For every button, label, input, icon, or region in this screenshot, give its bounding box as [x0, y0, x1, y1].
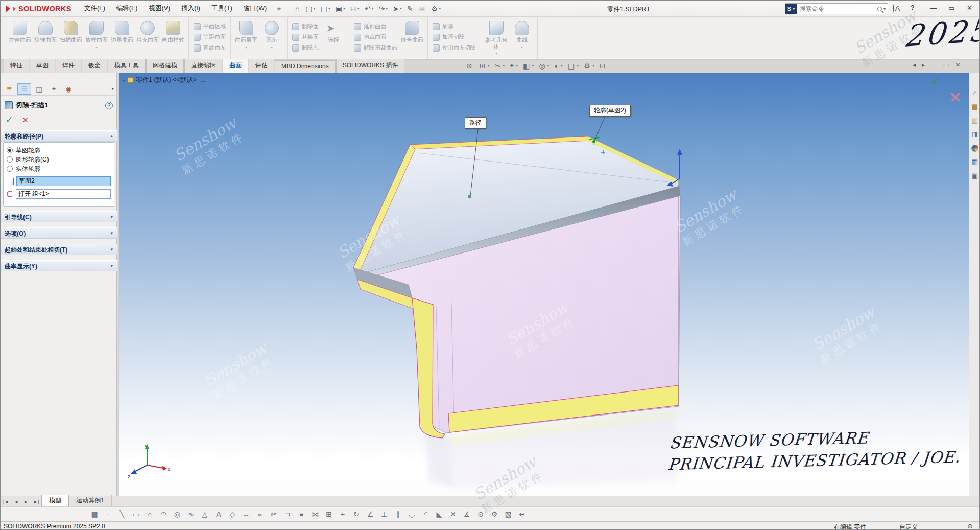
select-arrow-icon[interactable]: ➤▾ [391, 4, 404, 14]
angle-icon[interactable]: ∠ [366, 510, 374, 518]
menu-pin-icon[interactable]: ★ [272, 5, 286, 12]
profile-callout[interactable]: 轮廓(草图2) [589, 105, 631, 117]
view-palette-icon[interactable]: ◨ [971, 130, 979, 139]
arc-icon[interactable]: ◠ [159, 510, 168, 518]
pm-cancel-button[interactable]: ✕ [22, 116, 29, 125]
section-guide-curves[interactable]: 引导线(C)▾ [1, 211, 117, 222]
text-icon[interactable]: A [214, 510, 223, 518]
search-scope-badge[interactable]: S▾ [785, 4, 797, 14]
tab-evaluate[interactable]: 评估 [249, 59, 274, 73]
doc-minimize-icon[interactable]: — [931, 61, 937, 68]
print-icon[interactable]: ⊟▾ [348, 4, 362, 14]
hide-show-icon[interactable]: ◎▾ [539, 62, 549, 70]
file-explorer-icon[interactable]: ▥ [971, 116, 979, 125]
help-icon[interactable]: ? [911, 4, 914, 11]
mirror-icon[interactable]: ⋈ [311, 510, 319, 518]
path-selection-field[interactable]: 打开 组<1> [16, 189, 111, 199]
trim-icon[interactable]: ✂ [270, 510, 278, 518]
ribbon-freeform-button[interactable]: 自由样式 [160, 18, 186, 43]
confirmation-ok-button[interactable]: ✓ [930, 75, 940, 88]
tab-solidworks-addins[interactable]: SOLIDWORKS 插件 [336, 59, 405, 73]
search-icon[interactable] [877, 7, 882, 11]
confirmation-cancel-button[interactable]: ✕ [949, 88, 962, 106]
ribbon-thickened-cut-button[interactable]: 加厚切除 [433, 33, 476, 41]
spline-icon[interactable]: ∿ [187, 510, 195, 518]
model-tab[interactable]: 模型 [41, 495, 69, 506]
ribbon-filled-surface-button[interactable]: 填充曲面 [135, 18, 160, 43]
dimxpert-manager-tab[interactable]: ⌖ [47, 83, 61, 95]
flyout-expand-icon[interactable]: ▸ [123, 77, 125, 83]
graphics-viewport[interactable]: ▸ 零件1 (默认) <<默认>_... 路径 轮廓(草图2) ✓ ✕ Y x … [119, 73, 969, 496]
circle-icon[interactable]: ○ [146, 510, 154, 518]
new-document-icon[interactable]: ▢▾ [303, 4, 317, 14]
appearance-icon[interactable]: ◐▾ [555, 62, 563, 70]
ellipse-icon[interactable]: ◎ [173, 510, 181, 518]
radio-circular-profile[interactable]: 圆形轮廓(C) [7, 155, 111, 164]
account-icon[interactable] [893, 5, 894, 12]
chamfer-icon[interactable]: ◣ [435, 510, 443, 518]
collapse-tabs-left-icon[interactable]: ◂ [913, 61, 916, 68]
snap-icon[interactable]: ⊙ [476, 510, 485, 518]
tab-mold-tools[interactable]: 模具工具 [108, 59, 146, 73]
section-curvature-display[interactable]: 曲率显示(Y)▾ [1, 260, 117, 271]
doc-close-icon[interactable]: ✕ [955, 61, 960, 68]
status-globe-icon[interactable]: ⊕ [967, 522, 973, 530]
menu-view[interactable]: 视图(V) [144, 2, 176, 15]
search-input[interactable] [797, 5, 877, 12]
ribbon-replace-face-button[interactable]: 替换面 [292, 33, 319, 41]
ribbon-flatten-surface-button[interactable]: 曲面展平▾ [233, 18, 259, 50]
motion-study-tab[interactable]: 运动算例1 [69, 495, 112, 506]
window-restore-button[interactable]: ▭ [942, 2, 961, 14]
tab-sheet-metal[interactable]: 钣金 [82, 59, 107, 73]
design-library-icon[interactable]: ▤ [971, 102, 979, 111]
tab-mesh-modeling[interactable]: 网格建模 [146, 59, 184, 73]
sketch-fillet-icon[interactable]: ◜ [421, 510, 429, 518]
tab-sketch[interactable]: 草图 [30, 59, 55, 73]
file-properties-icon[interactable]: ⊞ [417, 4, 428, 14]
ribbon-revolved-surface-button[interactable]: 旋转曲面 [33, 18, 58, 43]
tab-features[interactable]: 特征 [4, 59, 29, 73]
ribbon-delete-hole-button[interactable]: 删除孔 [292, 44, 319, 52]
pattern-icon[interactable]: ⊞ [325, 510, 333, 518]
radio-sketch-profile[interactable]: 草图轮廓 [7, 146, 111, 155]
ribbon-thicken-button[interactable]: 加厚 [433, 22, 476, 30]
offset-icon[interactable]: ≡ [297, 510, 305, 518]
open-icon[interactable]: ▤▾ [319, 4, 332, 14]
ribbon-extruded-surface-button[interactable]: 拉伸曲面 [7, 18, 33, 43]
attachment-icon[interactable]: ✎ [405, 4, 416, 14]
ribbon-trim-surface-button[interactable]: 剪裁曲面 [354, 33, 397, 41]
zoom-area-icon[interactable]: ⊞▾ [480, 62, 490, 70]
tab-nav-prev-icon[interactable]: ◄ [11, 497, 21, 506]
command-search[interactable]: S▾ ▾ [785, 3, 888, 14]
ribbon-select-button[interactable]: ➤选择 [321, 18, 346, 43]
forum-icon[interactable]: ▣ [971, 171, 979, 180]
appearances-scenes-icon[interactable] [971, 144, 979, 152]
search-caret-icon[interactable]: ▾ [883, 7, 886, 11]
home-icon[interactable]: ⌂ [293, 4, 302, 14]
profile-selection-field[interactable]: 草图2 [16, 176, 111, 186]
polygon-icon[interactable]: △ [201, 510, 209, 518]
display-icon[interactable]: ▧ [504, 510, 512, 518]
ribbon-extend-surface-button[interactable]: 延伸曲面 [354, 22, 397, 30]
exit-sketch-icon[interactable]: ↩ [518, 510, 526, 518]
ribbon-ruled-surface-button[interactable]: 直纹曲面 [194, 44, 226, 52]
section-profile-and-path[interactable]: 轮廓和路径(P)▴ [1, 130, 117, 142]
dimension-icon[interactable]: ↔ [242, 510, 250, 518]
doc-restore-icon[interactable]: ▭ [943, 61, 949, 68]
scene-icon[interactable]: ▤▾ [568, 62, 579, 70]
window-minimize-button[interactable]: — [924, 2, 943, 14]
fullscreen-icon[interactable]: ⊡ [600, 62, 608, 70]
menu-window[interactable]: 窗口(W) [238, 2, 272, 15]
status-custom[interactable]: 自定义 [899, 523, 918, 530]
radio-solid-profile[interactable]: 实体轮廓 [7, 164, 111, 173]
property-manager-tab[interactable]: ☰ [17, 83, 31, 95]
rotate-icon[interactable]: ↻ [352, 510, 361, 518]
display-style-icon[interactable]: ◧▾ [523, 62, 534, 70]
tab-mbd-dimensions[interactable]: MBD Dimensions [275, 60, 336, 73]
redo-icon[interactable]: ↷▾ [377, 4, 390, 14]
section-start-end-tangency[interactable]: 起始处和结束处相切(T)▾ [1, 244, 117, 255]
tab-nav-last-icon[interactable]: ►| [31, 497, 41, 506]
pm-help-icon[interactable]: ? [105, 102, 113, 109]
section-view-icon[interactable]: ✂▾ [494, 62, 505, 70]
tangent-icon[interactable]: ◡ [408, 510, 416, 518]
